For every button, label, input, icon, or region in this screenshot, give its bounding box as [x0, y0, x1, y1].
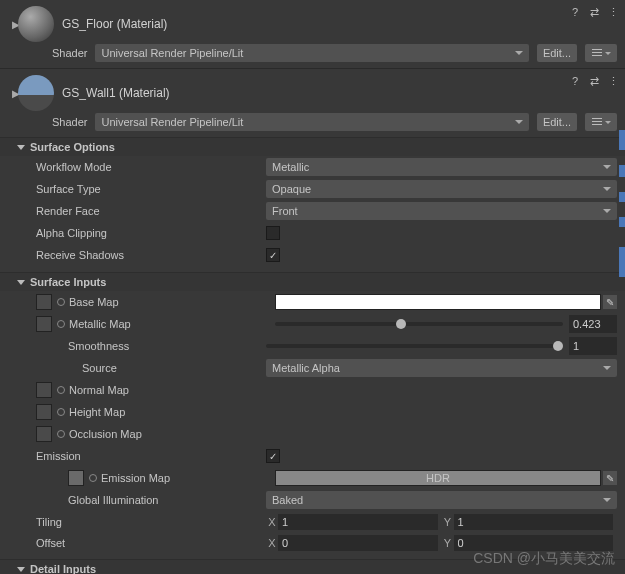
shader-label: Shader [52, 47, 87, 59]
shader-dropdown[interactable]: Universal Render Pipeline/Lit [95, 44, 528, 62]
texture-slot[interactable] [36, 426, 52, 442]
scroll-indicators [619, 130, 625, 292]
row-occlusion-map: Occlusion Map [0, 423, 625, 445]
texture-slot[interactable] [36, 382, 52, 398]
row-receive-shadows: Receive Shadows [0, 244, 625, 266]
row-normal-map: Normal Map [0, 379, 625, 401]
property-label: Height Map [69, 406, 125, 418]
row-smoothness: Smoothness [0, 335, 625, 357]
texture-slot[interactable] [36, 404, 52, 420]
material-title: GS_Wall1 (Material) [62, 86, 170, 100]
color-picker-icon[interactable]: ✎ [603, 295, 617, 309]
expand-arrow[interactable]: ▶ [8, 88, 18, 99]
render-face-dropdown[interactable]: Front [266, 202, 617, 220]
shader-row: Shader Universal Render Pipeline/Lit Edi… [0, 44, 625, 68]
metallic-value-input[interactable] [569, 315, 617, 333]
row-alpha-clipping: Alpha Clipping [0, 222, 625, 244]
help-icon[interactable]: ? [569, 6, 581, 18]
property-label: Smoothness [68, 340, 266, 352]
row-source: Source Metallic Alpha [0, 357, 625, 379]
foldout-icon [16, 277, 26, 287]
edit-button[interactable]: Edit... [537, 113, 577, 131]
base-map-color[interactable] [275, 294, 601, 310]
list-button[interactable] [585, 113, 617, 131]
row-height-map: Height Map [0, 401, 625, 423]
property-label: Surface Type [36, 183, 266, 195]
property-label: Metallic Map [69, 318, 275, 330]
material-header: ▶ GS_Floor (Material) ? ⇄ ⋮ [0, 0, 625, 44]
offset-x-input[interactable] [278, 535, 438, 551]
source-dropdown[interactable]: Metallic Alpha [266, 359, 617, 377]
material-block-floor: ▶ GS_Floor (Material) ? ⇄ ⋮ Shader Unive… [0, 0, 625, 68]
watermark: CSDN @小马美美交流 [473, 550, 615, 568]
emission-checkbox[interactable] [266, 449, 280, 463]
global-illumination-dropdown[interactable]: Baked [266, 491, 617, 509]
surface-type-dropdown[interactable]: Opaque [266, 180, 617, 198]
property-label: Occlusion Map [69, 428, 142, 440]
row-surface-type: Surface Type Opaque [0, 178, 625, 200]
material-header: ▶ GS_Wall1 (Material) ? ⇄ ⋮ [0, 69, 625, 113]
color-picker-icon[interactable]: ✎ [603, 471, 617, 485]
material-actions: ? ⇄ ⋮ [569, 6, 619, 18]
link-icon[interactable] [57, 320, 65, 328]
foldout-icon [16, 142, 26, 152]
receive-shadows-checkbox[interactable] [266, 248, 280, 262]
row-workflow-mode: Workflow Mode Metallic [0, 156, 625, 178]
alpha-clipping-checkbox[interactable] [266, 226, 280, 240]
offset-y-input[interactable] [454, 535, 614, 551]
material-title: GS_Floor (Material) [62, 17, 167, 31]
tiling-x-input[interactable] [278, 514, 438, 530]
property-label: Global Illumination [68, 494, 266, 506]
texture-slot[interactable] [68, 470, 84, 486]
tiling-y-input[interactable] [454, 514, 614, 530]
expand-arrow[interactable]: ▶ [8, 19, 18, 30]
row-tiling: Tiling X Y [0, 511, 625, 532]
menu-icon[interactable]: ⋮ [607, 6, 619, 18]
material-preview-sphere[interactable] [18, 75, 54, 111]
preset-icon[interactable]: ⇄ [588, 75, 600, 87]
row-global-illumination: Global Illumination Baked [0, 489, 625, 511]
row-emission-map: Emission Map HDR ✎ [0, 467, 625, 489]
property-label: Alpha Clipping [36, 227, 266, 239]
texture-slot[interactable] [36, 294, 52, 310]
y-label: Y [442, 537, 454, 549]
property-label: Receive Shadows [36, 249, 266, 261]
shader-row: Shader Universal Render Pipeline/Lit Edi… [0, 113, 625, 137]
shader-dropdown[interactable]: Universal Render Pipeline/Lit [95, 113, 528, 131]
y-label: Y [442, 516, 454, 528]
section-header-surface-options[interactable]: Surface Options [0, 137, 625, 156]
section-header-surface-inputs[interactable]: Surface Inputs [0, 272, 625, 291]
workflow-mode-dropdown[interactable]: Metallic [266, 158, 617, 176]
property-label: Source [82, 362, 266, 374]
property-label: Workflow Mode [36, 161, 266, 173]
row-render-face: Render Face Front [0, 200, 625, 222]
smoothness-value-input[interactable] [569, 337, 617, 355]
edit-button[interactable]: Edit... [537, 44, 577, 62]
material-preview-sphere[interactable] [18, 6, 54, 42]
x-label: X [266, 537, 278, 549]
property-label: Emission Map [101, 472, 275, 484]
row-metallic-map: Metallic Map [0, 313, 625, 335]
emission-color[interactable]: HDR [275, 470, 601, 486]
foldout-icon [16, 564, 26, 574]
metallic-slider[interactable] [275, 315, 563, 333]
property-label: Normal Map [69, 384, 129, 396]
texture-slot[interactable] [36, 316, 52, 332]
x-label: X [266, 516, 278, 528]
link-icon[interactable] [57, 386, 65, 394]
property-label: Offset [36, 537, 266, 549]
link-icon[interactable] [57, 430, 65, 438]
property-label: Base Map [69, 296, 275, 308]
shader-label: Shader [52, 116, 87, 128]
link-icon[interactable] [57, 298, 65, 306]
property-label: Emission [36, 450, 266, 462]
menu-icon[interactable]: ⋮ [607, 75, 619, 87]
link-icon[interactable] [57, 408, 65, 416]
property-label: Render Face [36, 205, 266, 217]
preset-icon[interactable]: ⇄ [588, 6, 600, 18]
list-button[interactable] [585, 44, 617, 62]
smoothness-slider[interactable] [266, 337, 563, 355]
row-emission: Emission [0, 445, 625, 467]
help-icon[interactable]: ? [569, 75, 581, 87]
link-icon[interactable] [89, 474, 97, 482]
